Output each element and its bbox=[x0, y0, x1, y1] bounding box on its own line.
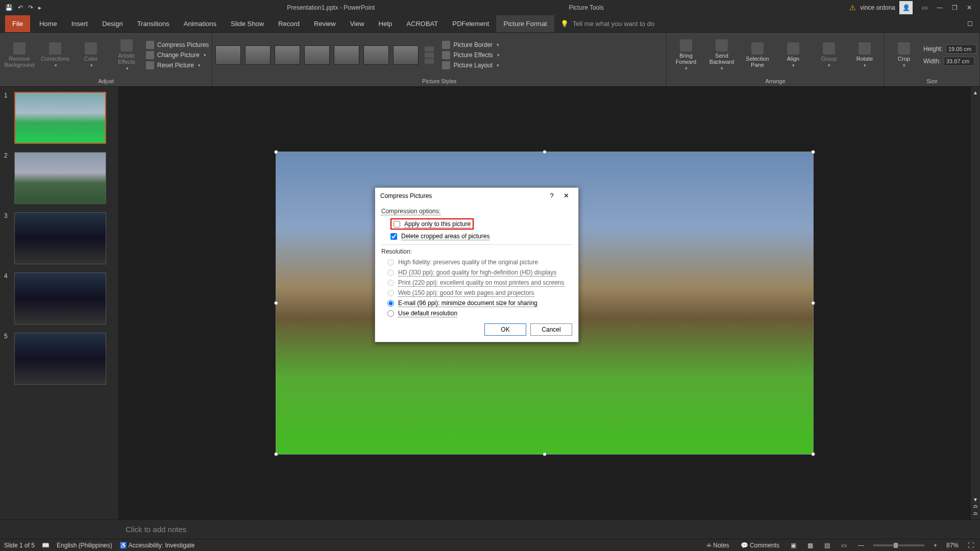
tab-pdfelement[interactable]: PDFelement bbox=[445, 15, 496, 32]
corrections-button[interactable]: Corrections▾ bbox=[39, 42, 71, 68]
spell-check-icon[interactable]: 📖 bbox=[42, 542, 50, 549]
tab-insert[interactable]: Insert bbox=[64, 15, 95, 32]
zoom-level[interactable]: 87% bbox=[946, 542, 959, 549]
group-button[interactable]: Group▾ bbox=[813, 42, 845, 68]
align-button[interactable]: Align▾ bbox=[777, 42, 810, 68]
style-thumb[interactable] bbox=[275, 45, 300, 65]
artistic-effects-button[interactable]: Artistic Effects▾ bbox=[110, 39, 143, 71]
res-email-label[interactable]: E-mail (96 ppi): minimize document size … bbox=[398, 299, 537, 307]
tab-view[interactable]: View bbox=[343, 15, 372, 32]
slide-thumb-4[interactable]: 4 bbox=[4, 272, 114, 324]
color-button[interactable]: Color▾ bbox=[75, 42, 107, 68]
res-default-label[interactable]: Use default resolution bbox=[398, 310, 457, 317]
picture-border-button[interactable]: Picture Border▾ bbox=[442, 41, 499, 49]
scroll-up-icon[interactable]: ▴ bbox=[974, 89, 977, 96]
style-thumb[interactable] bbox=[215, 45, 241, 65]
picture-layout-button[interactable]: Picture Layout▾ bbox=[442, 61, 499, 69]
warning-icon: ⚠ bbox=[849, 4, 856, 12]
style-thumb[interactable] bbox=[245, 45, 271, 65]
tab-help[interactable]: Help bbox=[372, 15, 400, 32]
slide-thumbnails-panel[interactable]: 1 2 3 4 5 bbox=[0, 87, 118, 519]
height-label: Height: bbox=[923, 45, 943, 53]
normal-view-icon[interactable]: ▣ bbox=[789, 542, 798, 549]
user-avatar[interactable]: 👤 bbox=[899, 1, 913, 14]
redo-icon[interactable]: ↷ bbox=[28, 4, 33, 11]
notes-button[interactable]: ≐ Notes bbox=[704, 542, 731, 549]
tab-file[interactable]: File bbox=[5, 15, 30, 32]
dialog-help-icon[interactable]: ? bbox=[545, 192, 559, 199]
change-picture-button[interactable]: Change Picture▾ bbox=[146, 51, 209, 59]
save-icon[interactable]: 💾 bbox=[5, 4, 13, 11]
rotate-button[interactable]: Rotate▾ bbox=[848, 42, 881, 68]
tab-animations[interactable]: Animations bbox=[177, 15, 224, 32]
reading-view-icon[interactable]: ▤ bbox=[822, 542, 832, 549]
res-print-label: Print (220 ppi): excellent quality on mo… bbox=[398, 279, 565, 286]
crop-button[interactable]: Crop▾ bbox=[888, 42, 920, 68]
minimize-icon[interactable]: — bbox=[937, 4, 943, 11]
group-label-size: Size bbox=[885, 77, 979, 86]
compress-pictures-button[interactable]: Compress Pictures bbox=[146, 41, 209, 49]
ok-button[interactable]: OK bbox=[484, 323, 526, 336]
tab-acrobat[interactable]: ACROBAT bbox=[399, 15, 445, 32]
res-default-radio[interactable] bbox=[387, 310, 394, 317]
apply-only-label[interactable]: Apply only to this picture bbox=[404, 220, 471, 228]
tab-transitions[interactable]: Transitions bbox=[130, 15, 177, 32]
language-status[interactable]: English (Philippines) bbox=[57, 542, 112, 549]
zoom-slider[interactable] bbox=[873, 544, 924, 546]
sorter-view-icon[interactable]: ▦ bbox=[805, 542, 815, 549]
tab-design[interactable]: Design bbox=[95, 15, 130, 32]
comments-button[interactable]: 💬 Comments bbox=[739, 542, 781, 549]
send-backward-button[interactable]: Send Backward▾ bbox=[705, 39, 738, 71]
slide-thumb-2[interactable]: 2 bbox=[4, 152, 114, 204]
slide-thumb-1[interactable]: 1 bbox=[4, 92, 114, 144]
tab-picture-format[interactable]: Picture Format bbox=[496, 15, 554, 32]
width-input[interactable] bbox=[944, 57, 974, 66]
res-email-radio[interactable] bbox=[387, 300, 394, 307]
tab-slideshow[interactable]: Slide Show bbox=[224, 15, 271, 32]
tab-record[interactable]: Record bbox=[271, 15, 307, 32]
slide-thumb-3[interactable]: 3 bbox=[4, 212, 114, 264]
style-thumb[interactable] bbox=[334, 45, 359, 65]
slide-counter[interactable]: Slide 1 of 5 bbox=[4, 542, 35, 549]
user-name[interactable]: vince ordona bbox=[860, 4, 895, 11]
dialog-close-icon[interactable]: ✕ bbox=[559, 192, 573, 199]
scroll-down-icon[interactable]: ▾ bbox=[974, 496, 977, 503]
bring-forward-button[interactable]: Bring Forward▾ bbox=[670, 39, 702, 71]
gallery-up-icon[interactable] bbox=[425, 46, 434, 52]
style-thumb[interactable] bbox=[363, 45, 389, 65]
gallery-more-icon[interactable] bbox=[425, 59, 434, 64]
apply-only-highlight: Apply only to this picture bbox=[390, 218, 474, 230]
reset-picture-button[interactable]: Reset Picture▾ bbox=[146, 61, 209, 69]
gallery-down-icon[interactable] bbox=[425, 53, 434, 58]
picture-effects-button[interactable]: Picture Effects▾ bbox=[442, 51, 499, 59]
accessibility-status[interactable]: ♿ Accessibility: Investigate bbox=[119, 542, 195, 549]
tab-review[interactable]: Review bbox=[307, 15, 343, 32]
style-thumb[interactable] bbox=[304, 45, 330, 65]
context-tab-title: Picture Tools bbox=[569, 4, 603, 11]
undo-icon[interactable]: ↶ bbox=[18, 4, 23, 11]
delete-cropped-checkbox[interactable] bbox=[390, 233, 397, 240]
apply-only-checkbox[interactable] bbox=[394, 221, 400, 228]
tell-me-search[interactable]: 💡 Tell me what you want to do bbox=[560, 15, 654, 32]
ribbon-display-icon[interactable]: ▭ bbox=[922, 4, 927, 11]
close-icon[interactable]: ✕ bbox=[967, 4, 972, 11]
zoom-out-icon[interactable]: — bbox=[856, 542, 866, 549]
delete-cropped-label[interactable]: Delete cropped areas of pictures bbox=[401, 233, 489, 240]
cancel-button[interactable]: Cancel bbox=[530, 323, 572, 336]
height-input[interactable] bbox=[946, 44, 976, 54]
style-thumb[interactable] bbox=[393, 45, 419, 65]
tab-home[interactable]: Home bbox=[32, 15, 64, 32]
vertical-scrollbar[interactable]: ▴ ▾ ≏ ≏ bbox=[971, 87, 980, 519]
next-slide-icon[interactable]: ≏ bbox=[973, 510, 978, 517]
maximize-icon[interactable]: ❐ bbox=[952, 4, 958, 11]
zoom-in-icon[interactable]: + bbox=[932, 542, 939, 549]
prev-slide-icon[interactable]: ≏ bbox=[973, 503, 978, 510]
remove-background-button[interactable]: Remove Background bbox=[3, 42, 36, 68]
selection-pane-button[interactable]: Selection Pane bbox=[741, 42, 774, 68]
slide-thumb-5[interactable]: 5 bbox=[4, 333, 114, 385]
slideshow-view-icon[interactable]: ▭ bbox=[839, 542, 849, 549]
picture-styles-gallery[interactable] bbox=[215, 45, 434, 65]
notes-pane[interactable]: Click to add notes bbox=[0, 519, 980, 539]
share-icon[interactable]: ☐ bbox=[967, 20, 973, 28]
fit-to-window-icon[interactable]: ⛶ bbox=[966, 542, 976, 549]
